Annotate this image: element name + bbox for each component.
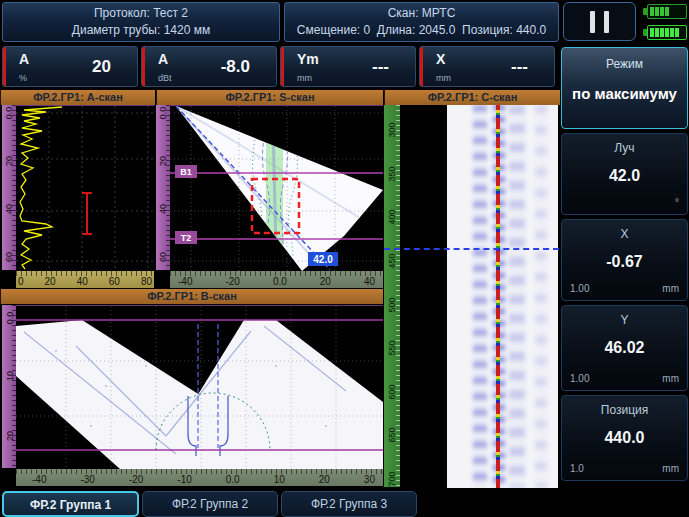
- tick-label: 40: [158, 204, 168, 214]
- tick-label: 20: [43, 276, 58, 288]
- param-value: 20: [92, 57, 111, 77]
- tick-label: -40: [30, 474, 48, 486]
- ascan-depth-ruler: 0.0 20 40 60: [2, 105, 16, 270]
- mode-panel[interactable]: Режим по максимуму: [561, 47, 688, 129]
- tick-label: 450: [387, 253, 397, 268]
- tick-label: 60: [4, 252, 14, 262]
- protocol-info-box[interactable]: Протокол: Тест 2 Диаметр трубы: 1420 мм: [2, 2, 280, 42]
- scan-info-box[interactable]: Скан: МРТС Смещение: 0 Длина: 2045.0 Поз…: [284, 2, 559, 42]
- reading-unit: mm: [662, 463, 679, 474]
- mode-value: по максимуму: [562, 85, 687, 102]
- param-value: -8.0: [221, 57, 250, 77]
- pipe-diameter: Диаметр трубы: 1420 мм: [72, 22, 210, 39]
- reading-value: 440.0: [562, 429, 687, 447]
- tick-label: 0.0: [271, 276, 289, 288]
- gate-t2-label: T2: [181, 233, 192, 243]
- battery-indicators: [642, 4, 688, 40]
- tick-label: 10: [5, 371, 15, 381]
- sscan-x-ruler: -40 -20 0.0 20 40: [170, 271, 383, 288]
- bscan-x-ruler: -40 -30 -20 -10 0.0 10 20 30: [16, 469, 383, 486]
- tick-label: -20: [127, 474, 145, 486]
- param-unit: mm: [436, 73, 451, 83]
- tick-label: 0.0: [5, 312, 15, 325]
- sscan-plot[interactable]: B1 T2 42.0: [170, 105, 383, 270]
- battery-icon-2: [647, 25, 687, 40]
- position-cursor-line[interactable]: [384, 248, 559, 250]
- tick-label: 650: [387, 428, 397, 443]
- pause-button[interactable]: [563, 2, 636, 41]
- mode-title: Режим: [562, 57, 687, 71]
- reading-title: Луч: [562, 141, 687, 155]
- tick-label: 400: [387, 210, 397, 225]
- protocol-name: Протокол: Тест 2: [94, 5, 188, 22]
- cscan-position-ruler: 300 350 400 450 500 550 600 650 700: [384, 105, 400, 487]
- param-box-amplitude-dbt[interactable]: A dBt -8.0: [141, 46, 277, 87]
- pause-icon: [590, 11, 595, 33]
- gate-b1-label: B1: [180, 167, 192, 177]
- bscan-plot[interactable]: [16, 305, 383, 468]
- tick-label: 700: [387, 471, 397, 486]
- sscan-title: ФР.2.ГР1: S-скан: [156, 90, 383, 105]
- reading-x[interactable]: X -0.67 1.00 mm: [561, 219, 688, 301]
- reading-step: 1.00: [570, 373, 589, 384]
- reading-title: X: [562, 227, 687, 241]
- reading-value: 42.0: [562, 167, 687, 185]
- tab-group-2[interactable]: ФР.2 Группа 2: [142, 491, 278, 517]
- param-box-ym[interactable]: Ym mm ---: [280, 46, 416, 87]
- tick-label: 60: [107, 276, 122, 288]
- cscan-title: ФР.2.ГР1: C-скан: [384, 90, 560, 105]
- tick-label: 20: [158, 156, 168, 166]
- bscan-title: ФР.2.ГР1: B-скан: [0, 289, 383, 304]
- param-box-amplitude-percent[interactable]: A % 20: [2, 46, 138, 87]
- reading-step: 1.0: [570, 463, 584, 474]
- param-value: ---: [372, 57, 389, 77]
- tick-label: 30: [362, 474, 377, 486]
- tick-label: 10: [272, 474, 287, 486]
- reading-unit: °: [675, 197, 679, 208]
- param-name: Ym: [297, 51, 319, 67]
- tick-label: 20: [5, 431, 15, 441]
- reading-value: 46.02: [562, 339, 687, 357]
- tick-label: 80: [139, 276, 154, 288]
- param-name: X: [436, 51, 445, 67]
- beam-angle-label: 42.0: [313, 254, 333, 265]
- tick-label: 20: [318, 276, 333, 288]
- tick-label: 0: [16, 276, 26, 288]
- tab-group-3[interactable]: ФР.2 Группа 3: [281, 491, 417, 517]
- tick-label: 600: [387, 384, 397, 399]
- reading-unit: mm: [662, 373, 679, 384]
- ascan-title: ФР.2.ГР1: A-скан: [0, 90, 155, 105]
- tick-label: 0.0: [224, 474, 242, 486]
- scan-name: Скан: МРТС: [388, 5, 456, 22]
- param-unit: dBt: [158, 73, 172, 83]
- param-unit: mm: [297, 73, 312, 83]
- tick-label: 0.0: [4, 107, 14, 120]
- cscan-image[interactable]: [447, 105, 558, 488]
- reading-title: Позиция: [562, 403, 687, 417]
- ascan-plot[interactable]: [16, 105, 154, 270]
- bscan-image: [16, 306, 383, 469]
- tick-label: 350: [387, 166, 397, 181]
- sscan-sector-image: B1 T2 42.0: [170, 106, 383, 271]
- cscan-indication-line: [496, 105, 500, 488]
- tick-label: -20: [223, 276, 241, 288]
- tick-label: 40: [75, 276, 90, 288]
- tick-label: 500: [387, 297, 397, 312]
- tick-label: 550: [387, 341, 397, 356]
- tick-label: 40: [4, 204, 14, 214]
- ascan-waveform: [16, 106, 154, 271]
- reading-beam[interactable]: Луч 42.0 °: [561, 133, 688, 215]
- sscan-depth-ruler: 0.0 20 40 60: [156, 105, 170, 270]
- scan-offset-length-position: Смещение: 0 Длина: 2045.0 Позиция: 440.0: [297, 22, 546, 39]
- tick-label: 0.0: [158, 107, 168, 120]
- param-box-x[interactable]: X mm ---: [419, 46, 555, 87]
- reading-y[interactable]: Y 46.02 1.00 mm: [561, 305, 688, 391]
- tick-label: 300: [387, 122, 397, 137]
- tick-label: -10: [175, 474, 193, 486]
- param-value: ---: [511, 57, 528, 77]
- reading-title: Y: [562, 313, 687, 327]
- tab-group-1[interactable]: ФР.2 Группа 1: [2, 491, 139, 517]
- tick-label: 60: [158, 252, 168, 262]
- ascan-gate[interactable]: [82, 193, 92, 234]
- reading-position[interactable]: Позиция 440.0 1.0 mm: [561, 395, 688, 481]
